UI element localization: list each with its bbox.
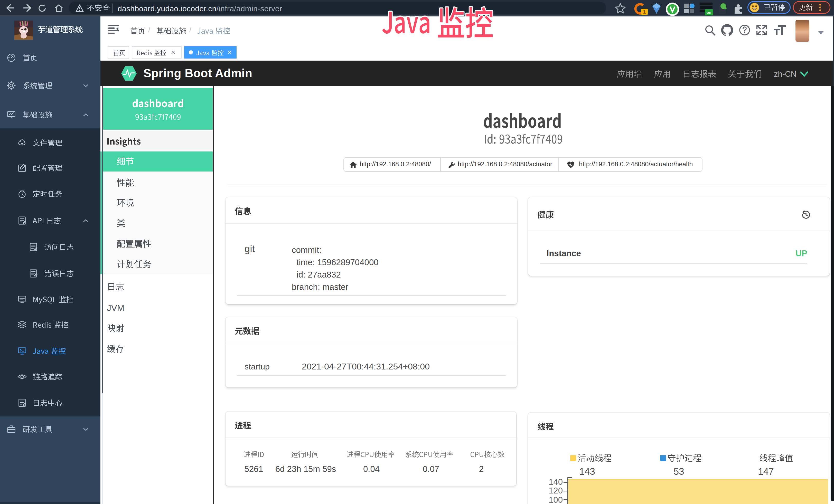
svg-text:on: on <box>707 10 711 15</box>
svg-text:1: 1 <box>643 9 646 15</box>
